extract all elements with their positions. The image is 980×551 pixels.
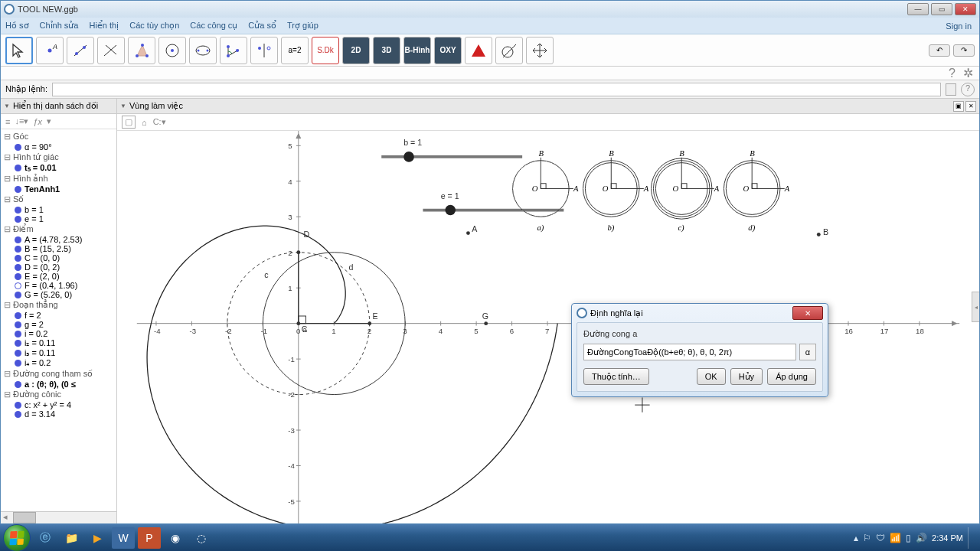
tray-battery-icon[interactable]: ▯ [906, 533, 911, 543]
settings-icon[interactable]: ✲ [963, 66, 973, 80]
visibility-dot[interactable] [15, 360, 21, 367]
algebra-item[interactable]: G = (5.26, 0) [1, 290, 116, 299]
custom-tool-3d[interactable]: 3D [373, 37, 400, 64]
visibility-dot[interactable] [15, 264, 21, 271]
conic-tool[interactable] [189, 37, 217, 64]
point-tool[interactable]: A [36, 37, 64, 64]
custom-tool-bhinh[interactable]: B-Hình [403, 37, 431, 64]
menu-window[interactable]: Cửa sổ [248, 21, 276, 31]
algebra-item[interactable]: a : (θ; θ), (0 ≤ [1, 380, 116, 389]
algebra-item[interactable]: f = 2 [1, 311, 116, 320]
visibility-dot[interactable] [15, 292, 21, 298]
algebra-group[interactable]: Số [1, 194, 116, 205]
tray-volume-icon[interactable]: 🔊 [916, 533, 927, 543]
visibility-dot[interactable] [15, 402, 21, 409]
tray-clock[interactable]: 2:34 PM [932, 533, 963, 543]
visibility-dot[interactable] [15, 331, 21, 337]
algebra-item[interactable]: g = 2 [1, 320, 116, 329]
taskbar-ie-icon[interactable]: ⓔ [34, 527, 57, 549]
redo-button[interactable]: ↷ [953, 44, 975, 57]
taskbar[interactable]: ⓔ 📁 ▶ W P ◉ ◌ ▴ ⚐ 🛡 📶 ▯ 🔊 2:34 PM [0, 524, 980, 551]
algebra-item[interactable]: i₃ = 0.11 [1, 348, 116, 358]
visibility-dot[interactable] [15, 350, 21, 357]
algebra-item[interactable]: d = 3.14 [1, 409, 116, 419]
move-tool[interactable] [5, 37, 33, 64]
polygon-tool[interactable] [128, 37, 155, 64]
visibility-dot[interactable] [15, 236, 21, 243]
visibility-dot[interactable] [15, 411, 21, 418]
algebra-item[interactable]: c: x² + y² = 4 [1, 400, 116, 409]
maximize-button[interactable]: ▭ [931, 3, 952, 15]
graphics-header[interactable]: Vùng làm việc ▣ ✕ [117, 99, 979, 114]
algebra-group[interactable]: Hình ảnh [1, 173, 116, 184]
visibility-dot[interactable] [15, 340, 21, 347]
input-help-button[interactable]: ? [961, 83, 975, 96]
close-button[interactable]: ✕ [955, 3, 976, 15]
tray-flag-icon[interactable]: ⚐ [863, 533, 871, 543]
custom-tool-sdk[interactable]: S.Dk [312, 37, 339, 64]
taskbar-chrome-icon[interactable]: ◉ [164, 527, 187, 549]
start-button[interactable] [3, 524, 31, 552]
visibility-dot[interactable] [15, 246, 21, 253]
menu-file[interactable]: Hồ sơ [5, 21, 29, 31]
input-dropdown[interactable] [946, 83, 956, 96]
tray-up-icon[interactable]: ▴ [854, 533, 858, 543]
taskbar-media-icon[interactable]: ▶ [86, 527, 109, 549]
titlebar[interactable]: TOOL NEW.ggb — ▭ ✕ [1, 1, 979, 18]
algebra-order-icon[interactable]: ↓≡▾ [15, 116, 28, 126]
menu-options[interactable]: Các tùy chọn [129, 21, 179, 31]
circle-tool[interactable] [158, 37, 186, 64]
algebra-item[interactable]: e = 1 [1, 214, 116, 223]
tray-network-icon[interactable]: 📶 [890, 533, 901, 543]
taskbar-word-icon[interactable]: W [112, 527, 135, 549]
menu-view[interactable]: Hiển thị [89, 21, 119, 31]
algebra-item[interactable]: i₂ = 0.11 [1, 338, 116, 348]
algebra-item[interactable]: b = 1 [1, 205, 116, 214]
algebra-group[interactable]: Hình tứ giác [1, 152, 116, 163]
algebra-group[interactable]: Đoạn thẳng [1, 299, 116, 311]
visibility-dot[interactable] [15, 312, 21, 319]
algebra-group[interactable]: Đường cônic [1, 389, 116, 400]
gfx-axes-icon[interactable]: ▢ [122, 116, 136, 129]
graphics-canvas[interactable]: -4-3-2-101234567161718 -5-4-3-2-112345 [117, 131, 979, 523]
algebra-group[interactable]: Điểm [1, 223, 116, 235]
algebra-item[interactable]: α = 90° [1, 142, 116, 152]
dialog-properties-button[interactable]: Thuộc tính… [583, 368, 649, 385]
algebra-fx-dd[interactable]: ▾ [47, 116, 51, 126]
command-input[interactable] [52, 83, 941, 96]
undo-button[interactable]: ↶ [929, 44, 950, 57]
algebra-item[interactable]: i = 0.2 [1, 329, 116, 338]
visibility-dot[interactable] [15, 216, 21, 223]
side-panel-toggle[interactable]: ◂ [972, 292, 979, 322]
menu-help[interactable]: Trợ giúp [287, 21, 318, 31]
move-graphics-tool[interactable] [526, 37, 554, 64]
reflect-tool[interactable] [250, 37, 278, 64]
visibility-dot[interactable] [15, 321, 21, 328]
taskbar-powerpoint-icon[interactable]: P [138, 527, 161, 549]
redefine-dialog[interactable]: Định nghĩa lại ✕ Đường cong a α Thuộc tí… [571, 303, 828, 397]
algebra-header[interactable]: Hiển thị danh sách đối [1, 99, 116, 114]
algebra-item[interactable]: C = (0, 0) [1, 253, 116, 262]
minimize-button[interactable]: — [907, 3, 929, 15]
line-tool[interactable] [67, 37, 94, 64]
dialog-cancel-button[interactable]: Hủy [730, 368, 763, 385]
gfx-home-icon[interactable]: ⌂ [142, 118, 147, 127]
visibility-dot[interactable] [15, 186, 21, 193]
taskbar-explorer-icon[interactable]: 📁 [60, 527, 83, 549]
dialog-symbol-button[interactable]: α [799, 344, 816, 360]
custom-tool-triangle[interactable] [465, 37, 492, 64]
dialog-apply-button[interactable]: Áp dụng [767, 368, 816, 385]
algebra-group[interactable]: Đường cong tham số [1, 368, 116, 380]
graphics-close-icon[interactable]: ✕ [965, 101, 976, 112]
system-tray[interactable]: ▴ ⚐ 🛡 📶 ▯ 🔊 2:34 PM [854, 527, 977, 549]
signin-link[interactable]: Sign in [946, 21, 972, 31]
slider-tool[interactable]: a=2 [281, 37, 309, 64]
algebra-item[interactable]: t₅ = 0.01 [1, 163, 116, 173]
tray-shield-icon[interactable]: 🛡 [876, 533, 885, 543]
algebra-item[interactable]: B = (15, 2.5) [1, 244, 116, 253]
visibility-dot[interactable] [15, 255, 21, 262]
custom-tool-oxy[interactable]: OXY [434, 37, 462, 64]
visibility-dot[interactable] [15, 273, 21, 280]
visibility-dot[interactable] [15, 144, 21, 151]
visibility-dot[interactable] [15, 381, 21, 388]
